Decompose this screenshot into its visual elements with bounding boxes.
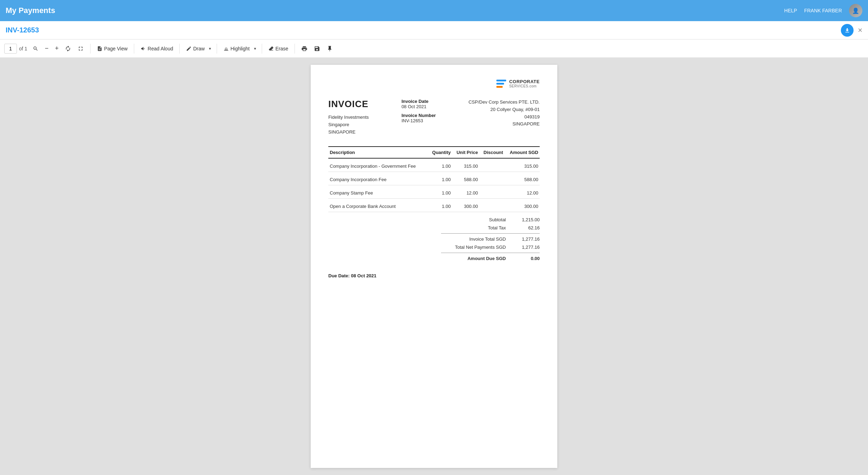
client-city: Singapore <box>328 121 369 129</box>
highlight-icon <box>223 46 229 51</box>
app-title: My Payments <box>6 6 55 15</box>
invoice-number-row: Invoice Number INV-12653 <box>402 113 436 123</box>
cell-amount: 315.00 <box>504 158 540 172</box>
divider-1 <box>441 233 540 234</box>
table-row: Company Incorporation Fee 1.00 588.00 58… <box>328 172 540 185</box>
cell-description: Company Incorporation Fee <box>328 172 428 185</box>
net-payments-label: Total Net Payments SGD <box>441 245 512 250</box>
logo-line-2 <box>496 83 504 85</box>
company-name: CSP/Dev Corp Services PTE. LTD. <box>469 99 540 106</box>
page-view-button[interactable]: Page View <box>95 44 130 53</box>
highlight-label: Highlight <box>230 46 249 51</box>
invoice-date-label: Invoice Date <box>402 99 436 104</box>
read-aloud-label: Read Aloud <box>148 46 173 51</box>
company-address3: SINGAPORE <box>469 121 540 128</box>
col-description: Description <box>328 147 428 158</box>
invoice-title: INVOICE <box>328 99 369 110</box>
search-button[interactable] <box>31 44 41 53</box>
cell-discount <box>479 185 504 199</box>
amount-due-label: Amount Due SGD <box>441 256 512 261</box>
rotate-icon <box>65 45 71 52</box>
separator-1 <box>90 44 91 54</box>
tax-row: Total Tax 62.16 <box>328 224 540 232</box>
cell-unit-price: 315.00 <box>452 158 479 172</box>
sub-header-actions: × <box>841 24 862 37</box>
cell-unit-price: 12.00 <box>452 185 479 199</box>
draw-icon <box>186 46 192 51</box>
search-icon <box>33 46 38 51</box>
close-button[interactable]: × <box>858 26 862 35</box>
rotate-button[interactable] <box>63 44 73 53</box>
document-area: CORPORATE SERVICES.com INVOICE Fidelity … <box>0 58 868 475</box>
invoice-id: INV-12653 <box>6 26 39 34</box>
invoice-number-value: INV-12653 <box>402 118 436 123</box>
cell-quantity: 1.00 <box>428 185 452 199</box>
table-row: Company Incorporation - Government Fee 1… <box>328 158 540 172</box>
tax-value: 62.16 <box>512 225 540 230</box>
company-logo: CORPORATE SERVICES.com <box>328 79 540 88</box>
invoice-total-value: 1,277.16 <box>512 236 540 242</box>
table-row: Company Stamp Fee 1.00 12.00 12.00 <box>328 185 540 199</box>
company-address1: 20 Collyer Quay, #09-01 <box>469 106 540 113</box>
invoice-number-label: Invoice Number <box>402 113 436 118</box>
invoice-date-value: 08 Oct 2021 <box>402 104 436 109</box>
cell-amount: 588.00 <box>504 172 540 185</box>
zoom-in-button[interactable]: + <box>53 43 61 54</box>
col-discount: Discount <box>479 147 504 158</box>
read-aloud-button[interactable]: Read Aloud <box>138 44 175 53</box>
download-button[interactable] <box>841 24 854 37</box>
print-icon <box>301 45 308 52</box>
draw-chevron[interactable]: ▾ <box>207 45 212 52</box>
tax-label: Total Tax <box>441 225 512 230</box>
net-payments-value: 1,277.16 <box>512 245 540 250</box>
fullscreen-button[interactable] <box>75 44 86 53</box>
pin-icon <box>327 45 333 52</box>
highlight-button[interactable]: Highlight <box>221 44 252 53</box>
due-date: Due Date: 08 Oct 2021 <box>328 273 540 278</box>
table-header-row: Description Quantity Unit Price Discount… <box>328 147 540 158</box>
app-header: My Payments HELP FRANK FARBER 👤 <box>0 0 868 21</box>
toolbar: of 1 − + Page View Read Aloud <box>0 39 868 58</box>
cell-description: Company Stamp Fee <box>328 185 428 199</box>
cell-description: Open a Corporate Bank Account <box>328 199 428 212</box>
cell-unit-price: 588.00 <box>452 172 479 185</box>
highlight-chevron[interactable]: ▾ <box>253 45 258 52</box>
sub-header: INV-12653 × <box>0 21 868 39</box>
print-button[interactable] <box>299 44 310 53</box>
subtotal-row: Subtotal 1,215.00 <box>328 216 540 224</box>
page-number-input[interactable] <box>4 44 17 54</box>
invoice-table: Description Quantity Unit Price Discount… <box>328 146 540 212</box>
amount-due-value: 0.00 <box>512 256 540 261</box>
pin-button[interactable] <box>324 44 335 53</box>
separator-3 <box>179 44 180 54</box>
erase-button[interactable]: Erase <box>266 44 291 53</box>
table-row: Open a Corporate Bank Account 1.00 300.0… <box>328 199 540 212</box>
separator-5 <box>262 44 262 54</box>
subtotal-value: 1,215.00 <box>512 217 540 222</box>
amount-due-row: Amount Due SGD 0.00 <box>328 254 540 263</box>
col-amount: Amount SGD <box>504 147 540 158</box>
fullscreen-icon <box>78 45 84 52</box>
zoom-out-button[interactable]: − <box>43 43 51 54</box>
user-name: FRANK FARBER <box>804 8 842 13</box>
cell-unit-price: 300.00 <box>452 199 479 212</box>
erase-label: Erase <box>275 46 289 51</box>
company-address-block: CSP/Dev Corp Services PTE. LTD. 20 Colly… <box>469 99 540 136</box>
save-button[interactable] <box>312 44 322 53</box>
logo-lines <box>496 80 506 88</box>
logo-name-main: CORPORATE <box>509 79 540 84</box>
help-link[interactable]: HELP <box>784 8 797 13</box>
client-name: Fidelity Investments <box>328 114 369 121</box>
download-icon <box>844 27 850 33</box>
draw-button[interactable]: Draw <box>184 44 207 53</box>
avatar: 👤 <box>849 4 862 17</box>
invoice-header-section: INVOICE Fidelity Investments Singapore S… <box>328 99 540 136</box>
logo-name-sub: SERVICES.com <box>509 84 540 88</box>
cell-quantity: 1.00 <box>428 172 452 185</box>
of-label: of 1 <box>19 46 27 51</box>
cell-discount <box>479 172 504 185</box>
separator-4 <box>217 44 217 54</box>
subtotal-label: Subtotal <box>441 217 512 222</box>
page-view-label: Page View <box>104 46 128 51</box>
net-payments-row: Total Net Payments SGD 1,277.16 <box>328 243 540 251</box>
